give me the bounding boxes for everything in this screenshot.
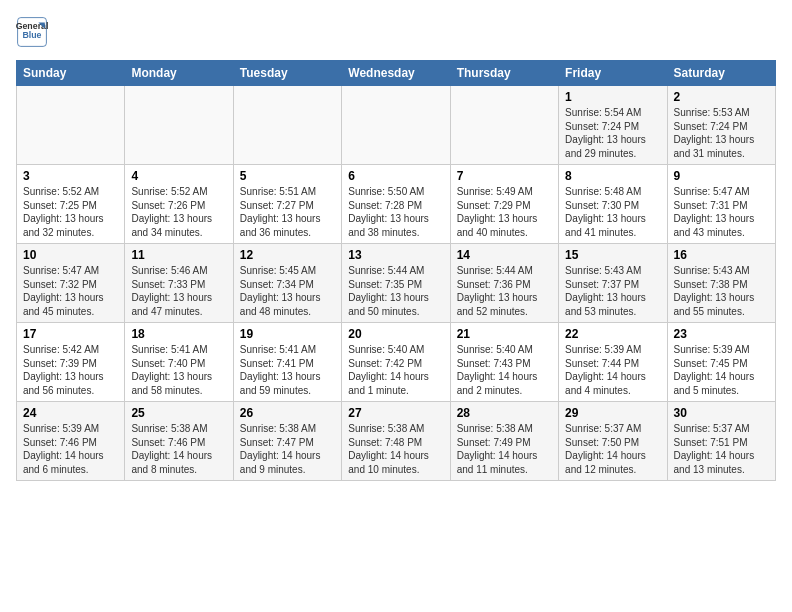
day-info: Sunrise: 5:52 AM Sunset: 7:25 PM Dayligh… <box>23 185 118 239</box>
day-info: Sunrise: 5:38 AM Sunset: 7:47 PM Dayligh… <box>240 422 335 476</box>
day-number: 2 <box>674 90 769 104</box>
header-friday: Friday <box>559 61 667 86</box>
day-info: Sunrise: 5:39 AM Sunset: 7:44 PM Dayligh… <box>565 343 660 397</box>
header-sunday: Sunday <box>17 61 125 86</box>
calendar-cell: 1Sunrise: 5:54 AM Sunset: 7:24 PM Daylig… <box>559 86 667 165</box>
calendar-week-5: 24Sunrise: 5:39 AM Sunset: 7:46 PM Dayli… <box>17 402 776 481</box>
calendar-week-1: 1Sunrise: 5:54 AM Sunset: 7:24 PM Daylig… <box>17 86 776 165</box>
day-info: Sunrise: 5:54 AM Sunset: 7:24 PM Dayligh… <box>565 106 660 160</box>
day-info: Sunrise: 5:39 AM Sunset: 7:45 PM Dayligh… <box>674 343 769 397</box>
day-number: 15 <box>565 248 660 262</box>
calendar-cell: 14Sunrise: 5:44 AM Sunset: 7:36 PM Dayli… <box>450 244 558 323</box>
svg-text:Blue: Blue <box>22 30 41 40</box>
header-thursday: Thursday <box>450 61 558 86</box>
calendar-cell: 18Sunrise: 5:41 AM Sunset: 7:40 PM Dayli… <box>125 323 233 402</box>
calendar-cell: 19Sunrise: 5:41 AM Sunset: 7:41 PM Dayli… <box>233 323 341 402</box>
calendar-cell: 13Sunrise: 5:44 AM Sunset: 7:35 PM Dayli… <box>342 244 450 323</box>
day-number: 26 <box>240 406 335 420</box>
calendar-week-4: 17Sunrise: 5:42 AM Sunset: 7:39 PM Dayli… <box>17 323 776 402</box>
calendar-week-2: 3Sunrise: 5:52 AM Sunset: 7:25 PM Daylig… <box>17 165 776 244</box>
day-info: Sunrise: 5:51 AM Sunset: 7:27 PM Dayligh… <box>240 185 335 239</box>
calendar-cell: 25Sunrise: 5:38 AM Sunset: 7:46 PM Dayli… <box>125 402 233 481</box>
day-info: Sunrise: 5:38 AM Sunset: 7:46 PM Dayligh… <box>131 422 226 476</box>
header-saturday: Saturday <box>667 61 775 86</box>
calendar-cell: 16Sunrise: 5:43 AM Sunset: 7:38 PM Dayli… <box>667 244 775 323</box>
day-info: Sunrise: 5:45 AM Sunset: 7:34 PM Dayligh… <box>240 264 335 318</box>
day-info: Sunrise: 5:53 AM Sunset: 7:24 PM Dayligh… <box>674 106 769 160</box>
header-monday: Monday <box>125 61 233 86</box>
day-info: Sunrise: 5:47 AM Sunset: 7:32 PM Dayligh… <box>23 264 118 318</box>
calendar-cell: 20Sunrise: 5:40 AM Sunset: 7:42 PM Dayli… <box>342 323 450 402</box>
day-number: 12 <box>240 248 335 262</box>
day-info: Sunrise: 5:44 AM Sunset: 7:35 PM Dayligh… <box>348 264 443 318</box>
day-info: Sunrise: 5:37 AM Sunset: 7:51 PM Dayligh… <box>674 422 769 476</box>
day-info: Sunrise: 5:42 AM Sunset: 7:39 PM Dayligh… <box>23 343 118 397</box>
logo: General Blue <box>16 16 48 48</box>
day-info: Sunrise: 5:43 AM Sunset: 7:37 PM Dayligh… <box>565 264 660 318</box>
calendar-table: SundayMondayTuesdayWednesdayThursdayFrid… <box>16 60 776 481</box>
day-number: 16 <box>674 248 769 262</box>
calendar-cell: 8Sunrise: 5:48 AM Sunset: 7:30 PM Daylig… <box>559 165 667 244</box>
day-number: 1 <box>565 90 660 104</box>
calendar-cell <box>125 86 233 165</box>
day-info: Sunrise: 5:47 AM Sunset: 7:31 PM Dayligh… <box>674 185 769 239</box>
calendar-cell: 4Sunrise: 5:52 AM Sunset: 7:26 PM Daylig… <box>125 165 233 244</box>
day-number: 21 <box>457 327 552 341</box>
day-number: 3 <box>23 169 118 183</box>
calendar-cell: 29Sunrise: 5:37 AM Sunset: 7:50 PM Dayli… <box>559 402 667 481</box>
calendar-cell: 3Sunrise: 5:52 AM Sunset: 7:25 PM Daylig… <box>17 165 125 244</box>
day-info: Sunrise: 5:41 AM Sunset: 7:40 PM Dayligh… <box>131 343 226 397</box>
day-number: 20 <box>348 327 443 341</box>
calendar-cell <box>342 86 450 165</box>
day-info: Sunrise: 5:41 AM Sunset: 7:41 PM Dayligh… <box>240 343 335 397</box>
logo-icon: General Blue <box>16 16 48 48</box>
day-info: Sunrise: 5:43 AM Sunset: 7:38 PM Dayligh… <box>674 264 769 318</box>
day-info: Sunrise: 5:44 AM Sunset: 7:36 PM Dayligh… <box>457 264 552 318</box>
day-number: 6 <box>348 169 443 183</box>
day-number: 27 <box>348 406 443 420</box>
day-info: Sunrise: 5:46 AM Sunset: 7:33 PM Dayligh… <box>131 264 226 318</box>
calendar-cell: 12Sunrise: 5:45 AM Sunset: 7:34 PM Dayli… <box>233 244 341 323</box>
day-number: 25 <box>131 406 226 420</box>
day-info: Sunrise: 5:38 AM Sunset: 7:49 PM Dayligh… <box>457 422 552 476</box>
day-number: 19 <box>240 327 335 341</box>
day-number: 30 <box>674 406 769 420</box>
header-tuesday: Tuesday <box>233 61 341 86</box>
day-number: 29 <box>565 406 660 420</box>
calendar-cell: 9Sunrise: 5:47 AM Sunset: 7:31 PM Daylig… <box>667 165 775 244</box>
day-number: 10 <box>23 248 118 262</box>
calendar-cell: 15Sunrise: 5:43 AM Sunset: 7:37 PM Dayli… <box>559 244 667 323</box>
day-number: 7 <box>457 169 552 183</box>
calendar-cell <box>450 86 558 165</box>
calendar-cell: 11Sunrise: 5:46 AM Sunset: 7:33 PM Dayli… <box>125 244 233 323</box>
calendar-cell: 27Sunrise: 5:38 AM Sunset: 7:48 PM Dayli… <box>342 402 450 481</box>
day-number: 22 <box>565 327 660 341</box>
day-number: 5 <box>240 169 335 183</box>
calendar-cell: 2Sunrise: 5:53 AM Sunset: 7:24 PM Daylig… <box>667 86 775 165</box>
day-info: Sunrise: 5:48 AM Sunset: 7:30 PM Dayligh… <box>565 185 660 239</box>
day-info: Sunrise: 5:40 AM Sunset: 7:42 PM Dayligh… <box>348 343 443 397</box>
day-info: Sunrise: 5:50 AM Sunset: 7:28 PM Dayligh… <box>348 185 443 239</box>
calendar-cell: 21Sunrise: 5:40 AM Sunset: 7:43 PM Dayli… <box>450 323 558 402</box>
day-number: 8 <box>565 169 660 183</box>
calendar-cell: 28Sunrise: 5:38 AM Sunset: 7:49 PM Dayli… <box>450 402 558 481</box>
day-info: Sunrise: 5:38 AM Sunset: 7:48 PM Dayligh… <box>348 422 443 476</box>
day-info: Sunrise: 5:52 AM Sunset: 7:26 PM Dayligh… <box>131 185 226 239</box>
day-info: Sunrise: 5:49 AM Sunset: 7:29 PM Dayligh… <box>457 185 552 239</box>
calendar-cell: 10Sunrise: 5:47 AM Sunset: 7:32 PM Dayli… <box>17 244 125 323</box>
day-number: 23 <box>674 327 769 341</box>
calendar-cell: 22Sunrise: 5:39 AM Sunset: 7:44 PM Dayli… <box>559 323 667 402</box>
day-number: 24 <box>23 406 118 420</box>
day-info: Sunrise: 5:39 AM Sunset: 7:46 PM Dayligh… <box>23 422 118 476</box>
calendar-week-3: 10Sunrise: 5:47 AM Sunset: 7:32 PM Dayli… <box>17 244 776 323</box>
calendar-cell: 5Sunrise: 5:51 AM Sunset: 7:27 PM Daylig… <box>233 165 341 244</box>
day-number: 28 <box>457 406 552 420</box>
day-number: 11 <box>131 248 226 262</box>
calendar-header-row: SundayMondayTuesdayWednesdayThursdayFrid… <box>17 61 776 86</box>
day-number: 9 <box>674 169 769 183</box>
calendar-cell: 30Sunrise: 5:37 AM Sunset: 7:51 PM Dayli… <box>667 402 775 481</box>
day-info: Sunrise: 5:40 AM Sunset: 7:43 PM Dayligh… <box>457 343 552 397</box>
calendar-cell: 6Sunrise: 5:50 AM Sunset: 7:28 PM Daylig… <box>342 165 450 244</box>
calendar-cell <box>233 86 341 165</box>
day-info: Sunrise: 5:37 AM Sunset: 7:50 PM Dayligh… <box>565 422 660 476</box>
